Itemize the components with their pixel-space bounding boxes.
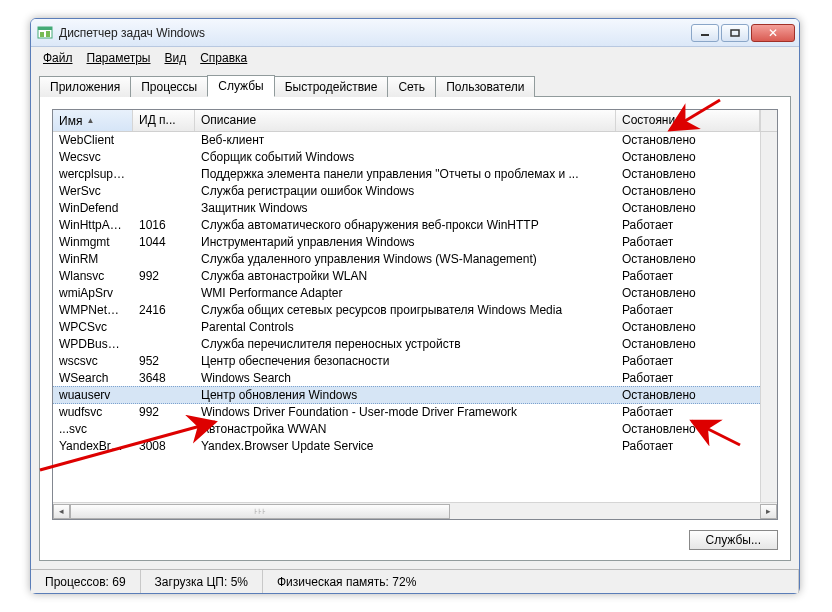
cell-desc: Центр обеспечения безопасности [195, 353, 616, 370]
menubar: Файл Параметры Вид Справка [31, 47, 799, 69]
table-row[interactable]: Wlansvc992Служба автонастройки WLANРабот… [53, 268, 760, 285]
cell-desc: Инструментарий управления Windows [195, 234, 616, 251]
column-pid[interactable]: ИД п... [133, 110, 195, 131]
table-row[interactable]: WMPNetwo...2416Служба общих сетевых ресу… [53, 302, 760, 319]
column-description[interactable]: Описание [195, 110, 616, 131]
close-button[interactable]: ✕ [751, 24, 795, 42]
cell-state: Работает [616, 302, 760, 319]
list-header: Имя ▲ ИД п... Описание Состояние [53, 110, 777, 132]
list-body[interactable]: WebClientВеб-клиентОстановленоWecsvcСбор… [53, 132, 760, 502]
cell-state: Работает [616, 268, 760, 285]
svg-rect-2 [40, 32, 44, 37]
table-row[interactable]: ...svcАвтонастройка WWANОстановлено [53, 421, 760, 438]
cell-state: Остановлено [616, 132, 760, 149]
cell-desc: Служба общих сетевых ресурсов проигрыват… [195, 302, 616, 319]
cell-name: WinHttpAut... [53, 217, 133, 234]
cell-state: Работает [616, 438, 760, 455]
maximize-button[interactable] [721, 24, 749, 42]
cell-pid [133, 132, 195, 149]
tab-services[interactable]: Службы [207, 75, 274, 97]
cell-name: WinRM [53, 251, 133, 268]
cell-state: Работает [616, 217, 760, 234]
menu-help[interactable]: Справка [194, 49, 253, 67]
tab-processes[interactable]: Процессы [130, 76, 208, 97]
cell-state: Остановлено [616, 166, 760, 183]
cell-pid [133, 183, 195, 200]
cell-name: WinDefend [53, 200, 133, 217]
hscroll-right-button[interactable]: ▸ [760, 504, 777, 519]
table-row[interactable]: WinHttpAut...1016Служба автоматического … [53, 217, 760, 234]
cell-desc: WMI Performance Adapter [195, 285, 616, 302]
table-row[interactable]: wuauservЦентр обновления WindowsОстановл… [53, 386, 760, 404]
titlebar[interactable]: Диспетчер задач Windows ✕ [31, 19, 799, 47]
tab-performance[interactable]: Быстродействие [274, 76, 389, 97]
cell-state: Работает [616, 353, 760, 370]
cell-desc: Автонастройка WWAN [195, 421, 616, 438]
horizontal-scrollbar[interactable]: ◂ ꜔꜔꜔ ▸ [53, 502, 777, 519]
menu-file[interactable]: Файл [37, 49, 79, 67]
cell-desc: Yandex.Browser Update Service [195, 438, 616, 455]
table-row[interactable]: wudfsvc992Windows Driver Foundation - Us… [53, 404, 760, 421]
cell-desc: Служба перечислителя переносных устройст… [195, 336, 616, 353]
table-row[interactable]: wscsvc952Центр обеспечения безопасностиР… [53, 353, 760, 370]
statusbar: Процессов: 69 Загрузка ЦП: 5% Физическая… [31, 569, 799, 593]
cell-pid [133, 166, 195, 183]
table-row[interactable]: Winmgmt1044Инструментарий управления Win… [53, 234, 760, 251]
cell-state: Остановлено [616, 336, 760, 353]
cell-state: Работает [616, 234, 760, 251]
table-row[interactable]: WecsvcСборщик событий WindowsОстановлено [53, 149, 760, 166]
tab-users[interactable]: Пользователи [435, 76, 535, 97]
cell-pid: 3008 [133, 438, 195, 455]
services-list: Имя ▲ ИД п... Описание Состояние WebClie… [52, 109, 778, 520]
menu-view[interactable]: Вид [158, 49, 192, 67]
table-row[interactable]: WinDefendЗащитник WindowsОстановлено [53, 200, 760, 217]
cell-pid [133, 149, 195, 166]
cell-pid: 992 [133, 404, 195, 421]
hscroll-track[interactable]: ꜔꜔꜔ [70, 504, 760, 519]
hscroll-thumb[interactable]: ꜔꜔꜔ [70, 504, 450, 519]
table-row[interactable]: WerSvcСлужба регистрации ошибок WindowsО… [53, 183, 760, 200]
table-row[interactable]: wercplsupportПоддержка элемента панели у… [53, 166, 760, 183]
cell-pid: 1016 [133, 217, 195, 234]
table-row[interactable]: YandexBro...3008Yandex.Browser Update Se… [53, 438, 760, 455]
tab-content-services: Имя ▲ ИД п... Описание Состояние WebClie… [39, 96, 791, 561]
cell-pid [133, 285, 195, 302]
table-row[interactable]: WPCSvcParental ControlsОстановлено [53, 319, 760, 336]
tab-network[interactable]: Сеть [387, 76, 436, 97]
svg-rect-3 [46, 31, 50, 37]
table-row[interactable]: WinRMСлужба удаленного управления Window… [53, 251, 760, 268]
cell-state: Остановлено [616, 319, 760, 336]
column-name[interactable]: Имя ▲ [53, 110, 133, 131]
cell-desc: Центр обновления Windows [195, 387, 616, 403]
services-button[interactable]: Службы... [689, 530, 778, 550]
vertical-scrollbar[interactable] [760, 132, 777, 502]
table-row[interactable]: WPDBusEnumСлужба перечислителя переносны… [53, 336, 760, 353]
cell-desc: Сборщик событий Windows [195, 149, 616, 166]
minimize-button[interactable] [691, 24, 719, 42]
cell-state: Остановлено [616, 200, 760, 217]
menu-options[interactable]: Параметры [81, 49, 157, 67]
cell-desc: Служба автонастройки WLAN [195, 268, 616, 285]
cell-state: Остановлено [616, 149, 760, 166]
cell-name: WPDBusEnum [53, 336, 133, 353]
column-state[interactable]: Состояние [616, 110, 760, 131]
cell-pid [133, 319, 195, 336]
cell-pid [133, 387, 195, 403]
task-manager-window: Диспетчер задач Windows ✕ Файл Параметры… [30, 18, 800, 594]
table-row[interactable]: WebClientВеб-клиентОстановлено [53, 132, 760, 149]
tab-applications[interactable]: Приложения [39, 76, 131, 97]
cell-name: wscsvc [53, 353, 133, 370]
svg-rect-1 [38, 27, 52, 30]
cell-name: WerSvc [53, 183, 133, 200]
svg-rect-5 [731, 30, 739, 36]
cell-pid [133, 200, 195, 217]
cell-name: wercplsupport [53, 166, 133, 183]
cell-pid [133, 251, 195, 268]
cell-desc: Служба удаленного управления Windows (WS… [195, 251, 616, 268]
tabs: Приложения Процессы Службы Быстродействи… [31, 69, 799, 96]
hscroll-left-button[interactable]: ◂ [53, 504, 70, 519]
table-row[interactable]: wmiApSrvWMI Performance AdapterОстановле… [53, 285, 760, 302]
table-row[interactable]: WSearch3648Windows SearchРаботает [53, 370, 760, 387]
cell-name: WebClient [53, 132, 133, 149]
cell-name: wuauserv [53, 387, 133, 403]
